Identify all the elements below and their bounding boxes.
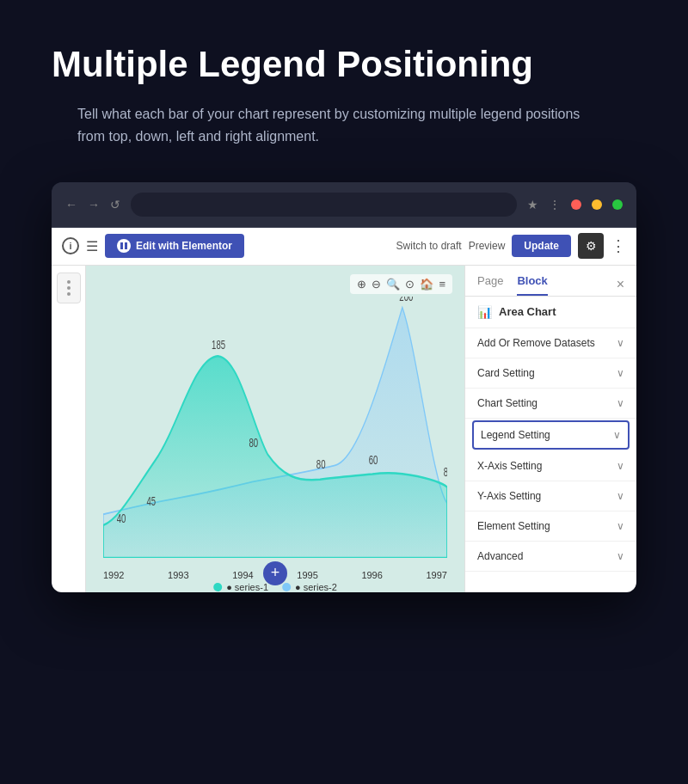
setting-chart-setting[interactable]: Chart Setting ∨ [465,389,636,419]
edit-elementor-button[interactable]: Edit with Elementor [105,234,244,258]
browser-chrome: ← → ↺ ★ ⋮ [52,182,636,228]
zoom-in-icon[interactable]: ⊕ [357,278,366,291]
search-zoom-icon[interactable]: 🔍 [386,278,400,291]
svg-text:185: 185 [212,338,225,352]
home-icon[interactable]: 🏠 [420,278,433,291]
svg-rect-1 [125,242,127,249]
hamburger-icon[interactable]: ☰ [86,238,98,254]
x-label-1996: 1996 [361,570,382,580]
tab-page[interactable]: Page [477,274,503,296]
right-panel: Page Block × 📊 Area Chart Add Or Remove … [464,266,636,592]
switch-draft-button[interactable]: Switch to draft [396,240,462,252]
svg-text:80: 80 [316,457,326,471]
browser-window: ← → ↺ ★ ⋮ i ☰ Edit with Elementor Switch… [52,182,636,592]
x-label-1994: 1994 [232,570,253,580]
maximize-dot[interactable] [612,199,623,210]
chevron-icon: ∨ [617,337,624,349]
menu-chart-icon[interactable]: ≡ [439,278,445,291]
setting-card-setting[interactable]: Card Setting ∨ [465,358,636,389]
canvas-area: ⊕ ⊖ 🔍 ⊙ 🏠 ≡ [86,266,464,592]
update-button[interactable]: Update [512,235,571,257]
browser-menu-icon[interactable]: ⋮ [549,198,561,211]
address-bar[interactable] [131,193,517,217]
legend-dot-blue [282,583,291,591]
legend-dot-green [213,583,222,591]
chevron-icon: ∨ [613,429,621,441]
left-panel [52,266,86,592]
close-dot[interactable] [571,199,581,210]
add-element-button[interactable]: + [263,561,287,585]
panel-tabs: Page Block [477,274,548,296]
chevron-icon: ∨ [617,520,624,532]
chevron-icon: ∨ [617,550,624,562]
svg-text:40: 40 [117,511,126,525]
handle-dot [67,292,71,296]
elementor-icon [117,239,131,253]
chart-container: 40 45 185 80 80 60 83 200 [103,297,447,558]
refresh-button[interactable]: ↺ [110,198,120,211]
editor-body: ⊕ ⊖ 🔍 ⊙ 🏠 ≡ [52,266,636,592]
reset-zoom-icon[interactable]: ⊙ [405,278,415,291]
zoom-out-icon[interactable]: ⊖ [372,278,381,291]
bookmark-icon[interactable]: ★ [527,198,538,211]
back-button[interactable]: ← [65,198,77,211]
svg-text:200: 200 [399,297,413,304]
more-options-button[interactable]: ⋮ [611,236,626,255]
legend-item-series1: ● series-1 [213,582,268,592]
area-chart-icon: 📊 [477,305,492,319]
panel-handle[interactable] [57,273,81,303]
area-chart-header: 📊 Area Chart [465,297,636,328]
plus-icon: + [271,564,280,582]
chart-svg: 40 45 185 80 80 60 83 200 [103,297,447,558]
legend-item-series2: ● series-2 [282,582,337,592]
preview-button[interactable]: Preview [469,240,506,252]
legend-label-series2: ● series-2 [295,582,337,592]
chevron-icon: ∨ [617,367,624,379]
settings-list: Add Or Remove Datasets ∨ Card Setting ∨ … [465,328,636,592]
svg-text:83: 83 [444,465,447,479]
svg-text:80: 80 [249,436,259,450]
chevron-icon: ∨ [617,397,624,409]
forward-button[interactable]: → [88,198,100,211]
setting-element-setting[interactable]: Element Setting ∨ [465,511,636,542]
setting-legend-setting[interactable]: Legend Setting ∨ [472,420,630,450]
setting-y-axis-setting[interactable]: Y-Axis Setting ∨ [465,481,636,511]
editor-settings-button[interactable]: ⚙ [578,233,604,259]
tab-block[interactable]: Block [517,274,547,296]
panel-header: Page Block × [465,266,636,297]
close-panel-button[interactable]: × [617,277,624,292]
svg-text:45: 45 [146,494,156,508]
page-title: Multiple Legend Positioning [52,43,636,86]
handle-dot [67,280,71,284]
editor-toolbar: i ☰ Edit with Elementor Switch to draft … [52,228,636,266]
x-label-1992: 1992 [103,570,124,580]
setting-add-remove-datasets[interactable]: Add Or Remove Datasets ∨ [465,328,636,358]
setting-x-axis-setting[interactable]: X-Axis Setting ∨ [465,451,636,481]
x-label-1995: 1995 [297,570,317,580]
chart-toolbar: ⊕ ⊖ 🔍 ⊙ 🏠 ≡ [350,274,452,294]
page-subtitle: Tell what each bar of your chart represe… [77,103,611,147]
svg-rect-0 [120,242,123,249]
setting-advanced[interactable]: Advanced ∨ [465,542,636,572]
info-icon[interactable]: i [62,237,79,254]
minimize-dot[interactable] [592,199,602,210]
svg-text:60: 60 [369,453,378,467]
x-label-1997: 1997 [426,570,446,580]
area-chart-title: Area Chart [499,305,556,318]
legend-label-series1: ● series-1 [226,582,268,592]
chevron-icon: ∨ [617,460,624,472]
handle-dot [67,286,71,290]
settings-icon: ⚙ [586,239,597,253]
x-label-1993: 1993 [168,570,188,580]
chevron-icon: ∨ [617,490,624,502]
